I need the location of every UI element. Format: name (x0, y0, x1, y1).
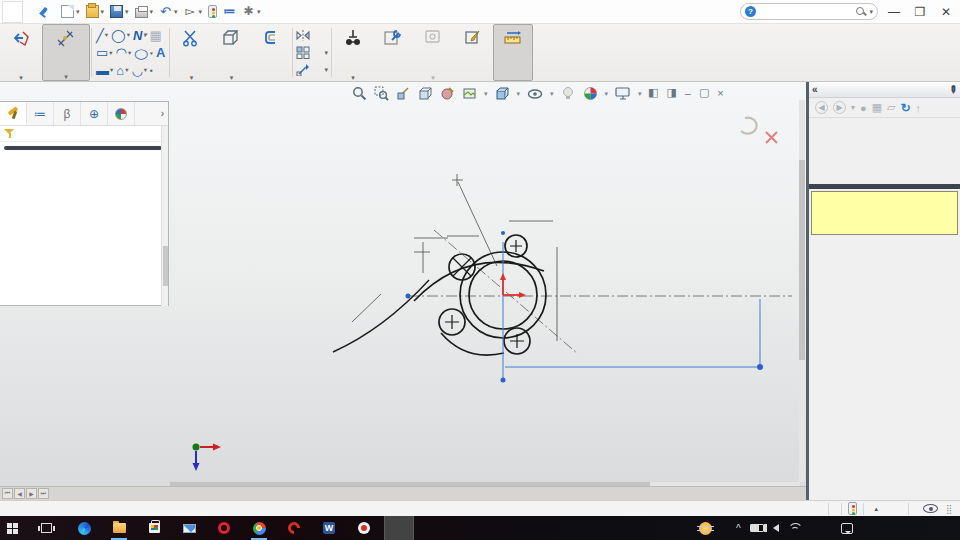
search-box[interactable]: ? ▾ (740, 3, 878, 20)
canvas-vertical-scrollbar[interactable] (799, 100, 805, 482)
file-explorer-button[interactable] (107, 516, 131, 540)
mail-button[interactable] (177, 516, 201, 540)
selected-dimension-lines[interactable] (503, 242, 760, 380)
smart-dimension-button[interactable]: ▾ (42, 24, 90, 81)
select-button[interactable]: ▻▾ (182, 4, 205, 19)
pane-left-icon[interactable]: ◧ (648, 86, 658, 99)
options-button[interactable]: ✱▾ (240, 4, 263, 19)
visibility-eye-icon[interactable] (923, 504, 938, 513)
forward-icon[interactable]: ▶ (833, 101, 846, 114)
rapid-sketch-button[interactable] (453, 24, 493, 81)
doc-close-icon[interactable]: × (717, 87, 723, 99)
tree-filter-row[interactable] (0, 126, 168, 142)
first-tab-icon[interactable]: ⏮ (2, 488, 13, 499)
tray-chevron-icon[interactable]: ^ (736, 523, 741, 534)
dropdown-caret[interactable]: ▾ (605, 90, 609, 98)
appearance-sphere-icon[interactable] (583, 86, 598, 101)
units-caret[interactable]: ▴ (874, 505, 878, 513)
move-entities-button[interactable]: ▾ (296, 62, 328, 77)
scrollbar-thumb[interactable] (799, 160, 805, 360)
store-button[interactable] (142, 516, 166, 540)
chrome-button[interactable] (247, 516, 271, 540)
offset-entities-button[interactable] (251, 24, 291, 81)
history-caret-icon[interactable]: ▾ (851, 103, 855, 112)
trim-entities-button[interactable]: ▾ (171, 24, 211, 81)
endpoint-dot[interactable] (501, 378, 506, 383)
tab-property-manager[interactable]: ≔ (27, 102, 54, 125)
pin-menu-icon[interactable] (37, 6, 49, 18)
opera-button[interactable] (212, 516, 236, 540)
dropdown-caret[interactable]: ▾ (484, 90, 488, 98)
close-icon[interactable]: ✕ (938, 5, 954, 19)
task-pane-header[interactable]: « ✎ (809, 82, 960, 98)
ellipse-tool[interactable]: ◯▾ (133, 47, 154, 59)
weather-widget[interactable] (699, 522, 722, 535)
line-tool[interactable]: ╱▾ (95, 27, 109, 43)
action-center-icon[interactable] (841, 523, 853, 534)
sketch-3d-tool[interactable]: ▦ (149, 27, 163, 43)
prev-tab-icon[interactable]: ◀ (14, 488, 25, 499)
start-button[interactable] (0, 516, 24, 540)
panel-expand-arrow[interactable]: › (161, 108, 168, 119)
acrobat-button[interactable] (282, 516, 306, 540)
pin-icon[interactable]: ✎ (946, 83, 960, 97)
pane-splitter-bar[interactable] (809, 184, 960, 189)
dropdown-caret[interactable]: ▾ (517, 90, 521, 98)
view-settings-icon[interactable] (561, 86, 576, 101)
edge-button[interactable] (72, 516, 96, 540)
open-button[interactable]: ▾ (84, 4, 107, 19)
endpoint-dot[interactable] (501, 231, 505, 235)
exit-sketch-button[interactable]: ▾ (0, 24, 42, 81)
doc-restore-icon[interactable]: ▢ (699, 86, 709, 99)
file-properties-button[interactable]: ≔ (221, 4, 238, 19)
dropdown-caret[interactable]: ▾ (638, 90, 642, 98)
undo-button[interactable]: ↶▾ (157, 4, 180, 19)
speaker-icon[interactable] (773, 524, 779, 532)
rectangle-tool[interactable]: ▭▾ (95, 45, 114, 61)
circle-tool[interactable]: ◯▾ (110, 27, 131, 43)
display-delete-relations-button[interactable]: ▾ (333, 24, 373, 81)
display-style-icon[interactable] (495, 86, 510, 101)
scrollbar-thumb[interactable] (163, 246, 168, 286)
tab-display-manager[interactable] (108, 102, 135, 125)
arc-tool[interactable]: ◠▾ (115, 45, 133, 61)
tab-dimxpert-manager[interactable]: ⊕ (81, 102, 108, 125)
dropdown-caret[interactable]: ▾ (550, 90, 554, 98)
wifi-icon[interactable] (788, 523, 801, 533)
collapse-chevrons-icon[interactable]: « (812, 84, 818, 95)
battery-icon[interactable] (750, 524, 764, 532)
hide-show-items-icon[interactable] (527, 86, 543, 101)
task-view-button[interactable] (34, 516, 58, 540)
solidworks-taskbar-button[interactable] (384, 516, 414, 540)
edrawings-button[interactable] (352, 516, 376, 540)
tab-feature-manager[interactable] (0, 102, 27, 125)
restore-icon[interactable]: ❐ (912, 5, 928, 19)
mirror-entities-button[interactable] (296, 28, 328, 43)
pane-right-icon[interactable]: ◨ (666, 86, 676, 99)
back-icon[interactable]: ◀ (815, 101, 828, 114)
new-document-button[interactable]: ▾ (59, 4, 82, 19)
fillet-tool[interactable]: ◡▾ (130, 62, 148, 78)
tab-configuration-manager[interactable]: β (54, 102, 81, 125)
text-tool[interactable]: A (155, 45, 166, 61)
word-button[interactable]: W (317, 516, 341, 540)
endpoint-dot[interactable] (406, 294, 411, 299)
rollback-bar[interactable] (4, 146, 162, 150)
polygon-tool[interactable]: ⌂▾ (115, 62, 129, 78)
convert-entities-button[interactable]: ▾ (211, 24, 251, 81)
tree-scrollbar[interactable] (161, 126, 168, 306)
save-button[interactable]: ▾ (108, 4, 131, 19)
spline-tool[interactable]: N▾ (132, 27, 148, 43)
instant2d-button[interactable] (493, 24, 533, 81)
point-tool[interactable]: ▪ (149, 62, 154, 78)
view-display-monitor-icon[interactable] (615, 86, 631, 101)
endpoint-dot[interactable] (757, 364, 763, 370)
linear-sketch-pattern-button[interactable]: ▾ (296, 45, 328, 60)
rebuild-button[interactable] (206, 4, 219, 19)
next-tab-icon[interactable]: ▶ (26, 488, 37, 499)
quick-snaps-button[interactable]: ▾ (413, 24, 453, 81)
minimize-icon[interactable]: — (886, 5, 902, 19)
search-input[interactable] (759, 6, 853, 17)
doc-minimize-icon[interactable]: – (685, 87, 691, 99)
last-tab-icon[interactable]: ⏭ (38, 488, 49, 499)
